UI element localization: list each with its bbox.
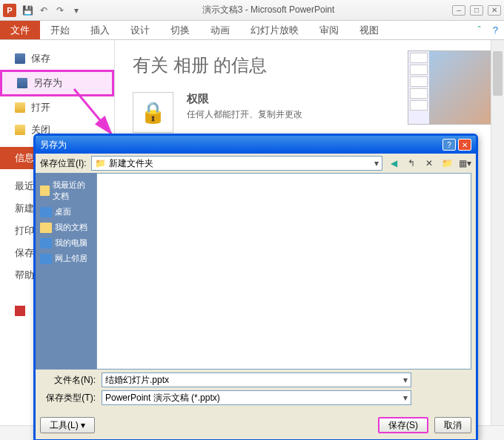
vertical-scrollbar[interactable] (491, 40, 504, 425)
sidebar-save-as[interactable]: 另存为 (0, 70, 114, 96)
sidebar-open[interactable]: 打开 (0, 96, 114, 119)
qat-undo-icon[interactable]: ↶ (38, 4, 50, 16)
tab-transitions[interactable]: 切换 (160, 21, 200, 39)
dialog-help-button[interactable]: ? (442, 139, 456, 151)
permissions-text: 任何人都能打开、复制并更改 (187, 108, 302, 121)
tab-home[interactable]: 开始 (40, 21, 80, 39)
back-button[interactable]: ◀ (387, 157, 400, 170)
network-icon (40, 254, 52, 264)
chevron-down-icon: ▾ (403, 393, 408, 403)
window-title: 演示文稿3 - Microsoft PowerPoint (84, 4, 452, 16)
place-label: 桌面 (55, 206, 71, 217)
tools-label: 工具(L) (50, 419, 79, 432)
qat-customize-icon[interactable]: ▾ (70, 4, 82, 16)
dialog-title: 另存为 (40, 139, 442, 151)
filetype-value: PowerPoint 演示文稿 (*.pptx) (105, 392, 220, 404)
computer-icon (40, 238, 52, 249)
chevron-down-icon: ▾ (374, 158, 379, 168)
scroll-thumb[interactable] (493, 51, 503, 96)
minimize-button[interactable]: – (452, 5, 465, 16)
chevron-down-icon: ▾ (403, 375, 408, 385)
tab-insert[interactable]: 插入 (80, 21, 120, 39)
desktop-icon (40, 207, 52, 217)
sidebar-label: 信息 (15, 151, 34, 165)
close-button[interactable]: ✕ (488, 5, 501, 16)
views-button[interactable]: ▦▾ (458, 157, 471, 170)
ribbon-minimize-icon[interactable]: ˆ (471, 21, 486, 39)
place-desktop[interactable]: 桌面 (39, 204, 93, 220)
sidebar-label: 打开 (31, 101, 50, 114)
place-mycomputer[interactable]: 我的电脑 (39, 235, 93, 251)
exit-icon (15, 306, 25, 316)
places-bar: 我最近的文档 桌面 我的文档 我的电脑 网上邻居 (36, 173, 96, 370)
sidebar-label: 打印 (15, 224, 34, 237)
folder-icon (40, 223, 52, 233)
save-as-icon (17, 78, 27, 88)
filename-input[interactable]: 结婚幻灯片.pptx▾ (102, 372, 411, 387)
place-network[interactable]: 网上邻居 (39, 251, 93, 266)
tab-view[interactable]: 视图 (349, 21, 389, 39)
dialog-titlebar[interactable]: 另存为 ? ✕ (36, 136, 476, 154)
location-label: 保存位置(I): (40, 157, 87, 170)
open-icon (15, 102, 25, 113)
filetype-combo[interactable]: PowerPoint 演示文稿 (*.pptx)▾ (102, 390, 411, 405)
close-icon (15, 125, 25, 135)
place-recent[interactable]: 我最近的文档 (39, 177, 93, 204)
place-label: 网上邻居 (55, 253, 87, 264)
presentation-thumbnail (408, 50, 497, 125)
folder-icon: 📁 (95, 158, 106, 168)
place-label: 我最近的文档 (53, 180, 92, 202)
filename-label: 文件名(N): (40, 374, 96, 387)
ribbon-tabs: 文件 开始 插入 设计 切换 动画 幻灯片放映 审阅 视图 ˆ ? (0, 21, 504, 40)
place-label: 我的电脑 (55, 237, 87, 249)
tab-slideshow[interactable]: 幻灯片放映 (240, 21, 309, 39)
filetype-label: 保存类型(T): (40, 392, 96, 404)
tools-button[interactable]: 工具(L) ▾ (40, 417, 95, 433)
maximize-button[interactable]: □ (470, 5, 483, 16)
location-value: 新建文件夹 (109, 157, 153, 170)
sidebar-label: 另存为 (33, 76, 62, 90)
help-icon[interactable]: ? (487, 21, 504, 39)
sidebar-save[interactable]: 保存 (0, 47, 114, 70)
save-button[interactable]: 保存(S) (378, 417, 428, 433)
tab-review[interactable]: 审阅 (309, 21, 349, 39)
delete-button[interactable]: ✕ (422, 157, 436, 170)
tab-file[interactable]: 文件 (0, 21, 40, 39)
place-mydocs[interactable]: 我的文档 (39, 220, 93, 235)
sidebar-label: 保存 (31, 52, 50, 65)
permissions-icon[interactable]: 🔒 (133, 92, 173, 133)
new-folder-button[interactable]: 📁 (440, 157, 454, 170)
file-list[interactable] (96, 173, 471, 370)
tab-design[interactable]: 设计 (120, 21, 160, 39)
save-as-dialog: 另存为 ? ✕ 保存位置(I): 📁 新建文件夹 ▾ ◀ ↰ ✕ 📁 ▦▾ 我最… (33, 134, 478, 440)
sidebar-label: 帮助 (15, 269, 34, 282)
qat-save-icon[interactable]: 💾 (21, 4, 33, 16)
title-bar: P 💾 ↶ ↷ ▾ 演示文稿3 - Microsoft PowerPoint –… (0, 0, 504, 21)
cancel-button[interactable]: 取消 (434, 417, 471, 433)
up-button[interactable]: ↰ (405, 157, 418, 170)
app-icon: P (3, 4, 16, 17)
location-combo[interactable]: 📁 新建文件夹 ▾ (91, 156, 382, 171)
tab-animations[interactable]: 动画 (200, 21, 240, 39)
filename-value: 结婚幻灯片.pptx (105, 374, 169, 387)
qat-redo-icon[interactable]: ↷ (54, 4, 66, 16)
save-icon (15, 53, 25, 64)
sidebar-label: 新建 (15, 202, 34, 215)
place-label: 我的文档 (55, 222, 87, 233)
permissions-heading: 权限 (187, 92, 302, 106)
dialog-close-button[interactable]: ✕ (458, 139, 471, 151)
folder-icon (40, 185, 50, 196)
